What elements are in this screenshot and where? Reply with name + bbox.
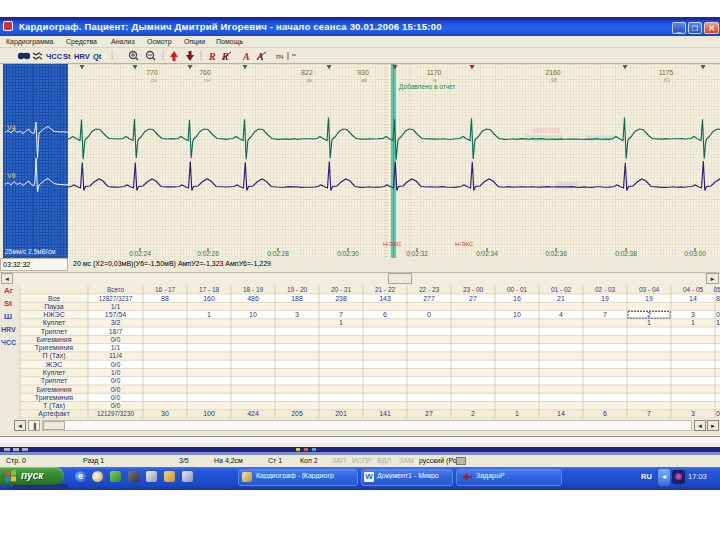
- svg-text:20 - 21: 20 - 21: [331, 286, 352, 293]
- svg-text:Триплет: Триплет: [41, 377, 68, 385]
- svg-text:3/2: 3/2: [111, 319, 121, 326]
- svg-text:1: 1: [647, 319, 651, 326]
- svg-text:V6: V6: [7, 172, 16, 179]
- svg-text:27: 27: [469, 295, 477, 302]
- svg-text:19: 19: [645, 295, 653, 302]
- svg-text:7: 7: [339, 311, 343, 318]
- svg-text:18 - 19: 18 - 19: [243, 286, 264, 293]
- svg-text:25мм/с 2,5мВ/см: 25мм/с 2,5мВ/см: [5, 248, 56, 255]
- svg-text:1: 1: [691, 319, 695, 326]
- svg-text:14: 14: [557, 410, 565, 417]
- svg-text:8: 8: [716, 295, 720, 302]
- svg-text:770: 770: [146, 69, 158, 76]
- svg-text:1/1: 1/1: [111, 344, 121, 351]
- svg-text:HRV: HRV: [74, 52, 90, 61]
- svg-text:уа: уа: [306, 77, 313, 83]
- svg-text:0:03:00: 0:03:00: [684, 250, 706, 257]
- svg-text:сн: сн: [151, 77, 157, 83]
- svg-text:10: 10: [513, 311, 521, 318]
- svg-text:02 - 03: 02 - 03: [595, 286, 616, 293]
- svg-text:1/1: 1/1: [111, 303, 121, 310]
- svg-text:21: 21: [557, 295, 565, 302]
- svg-text:0:02:26: 0:02:26: [197, 250, 219, 257]
- svg-text:Куплет: Куплет: [43, 369, 66, 377]
- svg-text:157/54: 157/54: [105, 311, 127, 318]
- svg-text:16: 16: [513, 295, 521, 302]
- svg-text:277: 277: [423, 295, 435, 302]
- svg-text:П (Тах): П (Тах): [43, 352, 66, 360]
- svg-text:88: 88: [161, 295, 169, 302]
- svg-text:Тригеминия: Тригеминия: [35, 394, 73, 402]
- svg-text:486: 486: [247, 295, 259, 302]
- svg-text:3: 3: [295, 311, 299, 318]
- svg-text:1175: 1175: [659, 69, 674, 76]
- svg-text:Бигеминия: Бигеминия: [36, 336, 71, 343]
- svg-text:0:02:24: 0:02:24: [129, 250, 151, 257]
- svg-text:Все: Все: [48, 295, 60, 302]
- svg-text:A: A: [242, 51, 250, 62]
- svg-text:2160: 2160: [545, 69, 560, 76]
- svg-text:0/0: 0/0: [111, 402, 121, 409]
- svg-text:822: 822: [301, 69, 313, 76]
- svg-text:0:02:30: 0:02:30: [337, 250, 359, 257]
- svg-text:7: 7: [647, 410, 651, 417]
- svg-text:пч: пч: [276, 53, 284, 60]
- svg-text:22 - 23: 22 - 23: [419, 286, 440, 293]
- svg-text:Всего: Всего: [107, 286, 124, 293]
- svg-text:3: 3: [691, 311, 695, 318]
- svg-text:143: 143: [379, 295, 391, 302]
- svg-text:201: 201: [335, 410, 347, 417]
- svg-text:14: 14: [689, 295, 697, 302]
- svg-text:R: R: [208, 51, 216, 62]
- svg-text:Т (Тах): Т (Тах): [43, 402, 65, 410]
- svg-text:0: 0: [427, 311, 431, 318]
- svg-text:0:02:32: 0:02:32: [406, 250, 428, 257]
- svg-text:1: 1: [515, 410, 519, 417]
- svg-text:7: 7: [603, 311, 607, 318]
- svg-text:Пауза: Пауза: [44, 303, 64, 311]
- svg-text:98: 98: [551, 77, 557, 83]
- svg-text:HRV: HRV: [1, 326, 16, 333]
- svg-text:21 - 22: 21 - 22: [375, 286, 396, 293]
- svg-text:0:02:28: 0:02:28: [267, 250, 289, 257]
- svg-text:0:02:38: 0:02:38: [615, 250, 637, 257]
- svg-text:пн: пн: [204, 77, 210, 83]
- svg-text:Бигеминия: Бигеминия: [36, 386, 71, 393]
- svg-text:Куплет: Куплет: [43, 319, 66, 327]
- svg-text:0/0: 0/0: [111, 377, 121, 384]
- svg-text:141: 141: [379, 410, 391, 417]
- svg-text:6: 6: [383, 311, 387, 318]
- svg-text:Артефакт: Артефакт: [38, 410, 70, 418]
- svg-text:Добавлено в отчет: Добавлено в отчет: [399, 83, 455, 91]
- svg-text:27: 27: [425, 410, 433, 417]
- svg-text:2: 2: [471, 410, 475, 417]
- svg-text:Ш: Ш: [4, 312, 12, 321]
- svg-text:3: 3: [691, 410, 695, 417]
- svg-text:10: 10: [249, 311, 257, 318]
- svg-text:760: 760: [199, 69, 211, 76]
- svg-text:19 - 20: 19 - 20: [287, 286, 308, 293]
- svg-text:100: 100: [203, 410, 215, 417]
- svg-text:1/0: 1/0: [111, 369, 121, 376]
- svg-text:01 - 02: 01 - 02: [551, 286, 572, 293]
- svg-text:St: St: [63, 52, 71, 61]
- svg-text:121297/3230: 121297/3230: [97, 410, 134, 417]
- svg-text:Н-ЭКС: Н-ЭКС: [455, 241, 474, 247]
- svg-text:0/0: 0/0: [111, 394, 121, 401]
- svg-text:V4: V4: [7, 124, 16, 131]
- svg-text:Тригеминия: Тригеминия: [35, 344, 73, 352]
- svg-text:0:02:34: 0:02:34: [476, 250, 498, 257]
- svg-text:30: 30: [161, 410, 169, 417]
- svg-text:0: 0: [716, 311, 720, 318]
- svg-text:Аг: Аг: [4, 286, 14, 295]
- svg-text:0/0: 0/0: [111, 336, 121, 343]
- svg-text:61: 61: [664, 77, 670, 83]
- svg-text:23 - 00: 23 - 00: [463, 286, 484, 293]
- svg-text:19: 19: [601, 295, 609, 302]
- svg-text:ав: ав: [361, 77, 367, 83]
- svg-text:0:02:36: 0:02:36: [545, 250, 567, 257]
- svg-text:ЖЭС: ЖЭС: [46, 361, 63, 368]
- svg-text:St: St: [4, 299, 12, 308]
- svg-text:930: 930: [357, 69, 369, 76]
- svg-text:424: 424: [247, 410, 259, 417]
